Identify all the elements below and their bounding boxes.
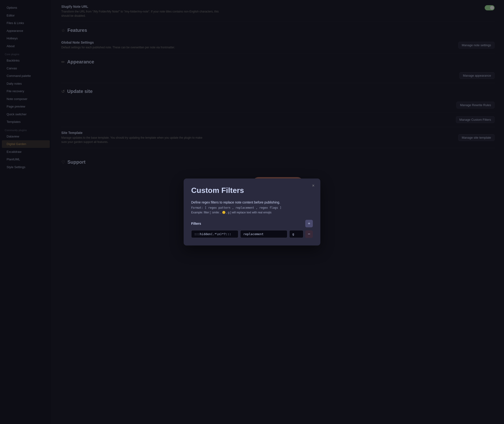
modal-close-button[interactable]: ×: [310, 182, 317, 189]
filter-flags-input[interactable]: [289, 230, 303, 238]
modal-example: Example: filter [ :smile: , 😊 , g ] will…: [191, 211, 313, 214]
filter-row: −: [191, 230, 313, 238]
modal-title: Custom Filters: [191, 186, 313, 195]
add-filter-button[interactable]: +: [305, 220, 313, 227]
filter-pattern-input[interactable]: [191, 230, 238, 238]
modal-description: Define regex filters to replace note con…: [191, 200, 313, 204]
custom-filters-modal: × Custom Filters Define regex filters to…: [184, 179, 320, 245]
filters-label: Filters: [191, 222, 201, 225]
filter-replacement-input[interactable]: [240, 230, 287, 238]
filters-header: Filters +: [191, 220, 313, 227]
modal-format: Format: [ regex pattern , replacement , …: [191, 206, 313, 209]
remove-filter-button[interactable]: −: [305, 231, 313, 238]
modal-overlay[interactable]: × Custom Filters Define regex filters to…: [0, 0, 504, 424]
